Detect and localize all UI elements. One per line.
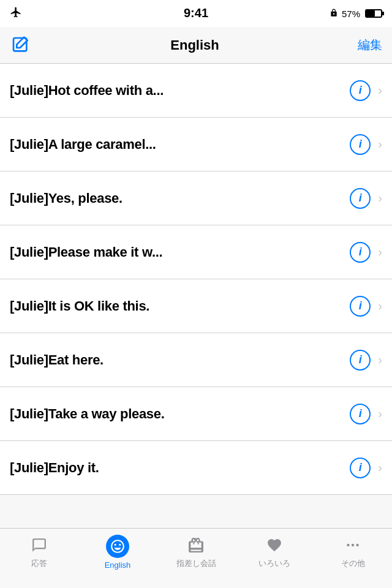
info-icon: i bbox=[359, 461, 362, 474]
info-icon: i bbox=[359, 246, 362, 258]
lock-icon bbox=[330, 9, 338, 19]
info-button[interactable]: i bbox=[350, 296, 371, 317]
info-button[interactable]: i bbox=[350, 188, 371, 209]
chevron-icon: › bbox=[378, 299, 382, 313]
list-item[interactable]: [Julie]Yes, please.i› bbox=[0, 172, 392, 225]
nav-title: English bbox=[170, 37, 219, 53]
info-button[interactable]: i bbox=[350, 350, 371, 371]
chevron-icon: › bbox=[378, 245, 382, 259]
status-bar: 9:41 57% bbox=[0, 0, 392, 27]
list-item-text: [Julie]Yes, please. bbox=[10, 190, 350, 206]
chevron-icon: › bbox=[378, 407, 382, 421]
info-icon: i bbox=[359, 192, 362, 205]
info-icon: i bbox=[359, 84, 362, 97]
list-item[interactable]: [Julie]Take a way please.i› bbox=[0, 387, 392, 441]
chevron-icon: › bbox=[378, 353, 382, 367]
status-right: 57% bbox=[330, 9, 382, 19]
battery-percent: 57% bbox=[342, 9, 360, 19]
info-icon: i bbox=[359, 407, 362, 420]
face-icon bbox=[106, 535, 129, 558]
info-button[interactable]: i bbox=[350, 242, 371, 263]
status-time: 9:41 bbox=[184, 6, 208, 20]
list-item[interactable]: [Julie]Enjoy it.i› bbox=[0, 441, 392, 495]
info-button[interactable]: i bbox=[350, 458, 371, 478]
chevron-icon: › bbox=[378, 137, 382, 151]
list-item-text: [Julie]Please make it w... bbox=[10, 244, 350, 260]
list-item-text: [Julie]Take a way please. bbox=[10, 406, 350, 422]
tab-sashi-label: 指差し会話 bbox=[176, 558, 216, 569]
status-left bbox=[10, 6, 22, 21]
list-item[interactable]: [Julie]A large caramel...i› bbox=[0, 118, 392, 172]
info-button[interactable]: i bbox=[350, 404, 371, 424]
svg-point-3 bbox=[356, 544, 358, 546]
info-icon: i bbox=[359, 300, 362, 312]
info-icon: i bbox=[359, 353, 362, 366]
battery-icon bbox=[364, 9, 382, 18]
tab-english[interactable]: English bbox=[78, 535, 157, 570]
nav-bar: English 編集 bbox=[0, 27, 392, 64]
info-button[interactable]: i bbox=[350, 80, 371, 101]
tab-oto-label: 応答 bbox=[31, 558, 47, 569]
list-item-text: [Julie]Eat here. bbox=[10, 352, 350, 368]
svg-point-2 bbox=[352, 544, 354, 546]
tab-bar: 応答 English 指差し会話 いろいろ その他 bbox=[0, 528, 392, 588]
airplane-icon bbox=[10, 6, 22, 21]
more-icon bbox=[342, 535, 363, 556]
heart-icon bbox=[264, 535, 285, 556]
phrase-list: [Julie]Hot coffee with a...i›[Julie]A la… bbox=[0, 64, 392, 495]
compose-button[interactable] bbox=[10, 34, 32, 56]
list-item-text: [Julie]Enjoy it. bbox=[10, 460, 350, 476]
chevron-icon: › bbox=[378, 191, 382, 205]
tab-sashi[interactable]: 指差し会話 bbox=[157, 535, 235, 569]
tab-sonota-label: その他 bbox=[341, 558, 365, 569]
info-button[interactable]: i bbox=[350, 134, 371, 155]
list-item[interactable]: [Julie]Eat here.i› bbox=[0, 333, 392, 387]
list-item[interactable]: [Julie]Please make it w...i› bbox=[0, 225, 392, 279]
tab-iroiro-label: いろいろ bbox=[258, 558, 290, 569]
list-item-text: [Julie]Hot coffee with a... bbox=[10, 83, 350, 99]
edit-button[interactable]: 編集 bbox=[358, 37, 382, 53]
list-item[interactable]: [Julie]It is OK like this.i› bbox=[0, 279, 392, 333]
list-item[interactable]: [Julie]Hot coffee with a...i› bbox=[0, 64, 392, 118]
chevron-icon: › bbox=[378, 461, 382, 475]
response-icon bbox=[29, 535, 50, 556]
list-item-text: [Julie]It is OK like this. bbox=[10, 298, 350, 314]
svg-point-1 bbox=[347, 544, 349, 546]
tab-oto[interactable]: 応答 bbox=[0, 535, 78, 569]
list-item-text: [Julie]A large caramel... bbox=[10, 137, 350, 153]
info-icon: i bbox=[359, 138, 362, 151]
tab-english-label: English bbox=[105, 560, 131, 570]
bag-icon bbox=[186, 535, 206, 556]
tab-iroiro[interactable]: いろいろ bbox=[235, 535, 314, 569]
tab-sonota[interactable]: その他 bbox=[314, 535, 392, 569]
svg-rect-0 bbox=[13, 38, 26, 51]
chevron-icon: › bbox=[378, 83, 382, 97]
